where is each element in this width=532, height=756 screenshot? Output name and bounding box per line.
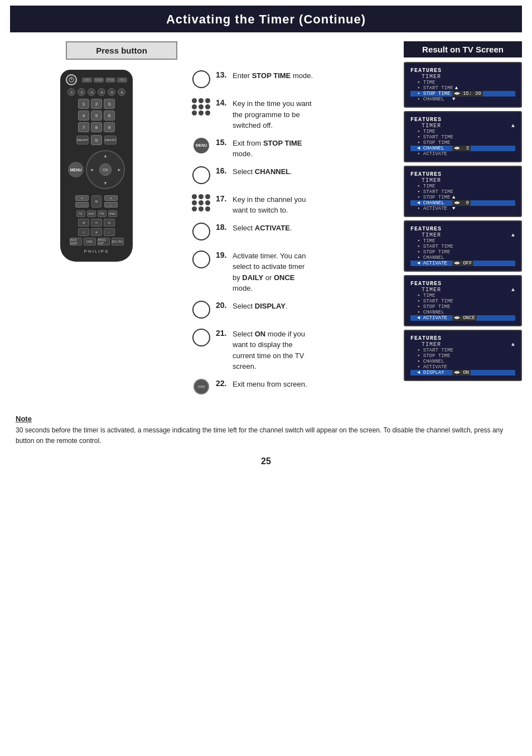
vol-minus[interactable]: - bbox=[75, 202, 89, 208]
step-num-22: 22. bbox=[216, 379, 228, 388]
tv5-stop-time: ▪ STOP TIME bbox=[410, 304, 515, 310]
ch-minus[interactable]: - bbox=[104, 202, 118, 208]
btn-r1c2[interactable]: ② bbox=[78, 88, 85, 96]
angle-btn[interactable]: ANG bbox=[108, 210, 117, 217]
tv5-activate: ◄ ACTIVATE ◄► ONCE bbox=[410, 315, 515, 321]
circle-button-19[interactable] bbox=[192, 251, 210, 268]
power-button[interactable] bbox=[66, 74, 77, 85]
osd-top-btn[interactable]: OSD bbox=[94, 78, 104, 83]
ok-button[interactable]: OK bbox=[99, 163, 112, 176]
page-number: 25 bbox=[10, 456, 522, 466]
incr-subt-btn[interactable]: INCR SUBT bbox=[70, 238, 82, 245]
num-3[interactable]: 3 bbox=[104, 99, 115, 109]
ch-plus[interactable]: + bbox=[104, 195, 118, 201]
step-14: 14. Key in the time you wantthe programm… bbox=[186, 95, 404, 134]
av-btn[interactable]: AV bbox=[82, 78, 92, 83]
step-text-17: Key in the channel youwant to switch to. bbox=[233, 194, 306, 216]
tv2-timer: TIMER ▲ bbox=[410, 123, 515, 129]
numpad-14 bbox=[192, 98, 211, 115]
remote-control: AV OSD TTX TV ① ② ③ ④ ⑤ ⑥ bbox=[10, 70, 183, 262]
step-num-20: 20. bbox=[216, 301, 228, 310]
tv-screen-6: FEATURES TIMER ▲ ▪ START TIME ▪ STOP TIM… bbox=[404, 330, 522, 381]
btn-r1c1[interactable]: ① bbox=[67, 88, 75, 96]
circle-button-13[interactable] bbox=[192, 70, 210, 88]
tv1-start-time: ▪ START TIME ▲ bbox=[410, 85, 515, 91]
ttx-btn[interactable]: TTX bbox=[105, 78, 115, 83]
step-num-15: 15. bbox=[216, 138, 228, 147]
num-9[interactable]: 9 bbox=[104, 122, 115, 132]
philips-logo: PHILIPS bbox=[84, 249, 109, 254]
num-2[interactable]: 2 bbox=[91, 99, 102, 109]
numpad-17 bbox=[192, 194, 211, 211]
nav-down[interactable]: ▼ bbox=[103, 181, 108, 186]
step-text-16: Select CHANNEL. bbox=[233, 166, 292, 177]
tv-screen-5: FEATURES TIMER ▲ ▪ TIME ▪ START TIME ▪ S… bbox=[404, 275, 522, 326]
tv5-start-time: ▪ START TIME bbox=[410, 298, 515, 304]
smart-btn[interactable]: SMART bbox=[76, 136, 89, 145]
nav-right[interactable]: ► bbox=[117, 167, 122, 172]
remote-body: AV OSD TTX TV ① ② ③ ④ ⑤ ⑥ bbox=[60, 70, 133, 262]
vol-plus[interactable]: + bbox=[75, 195, 89, 201]
step-text-21: Select ON mode if youwant to display the… bbox=[233, 329, 305, 372]
nav-left[interactable]: ◄ bbox=[89, 167, 94, 172]
tv5-channel: ▪ CHANNEL bbox=[410, 310, 515, 315]
page-wrapper: Activating the Timer (Continue) Press bu… bbox=[0, 0, 532, 756]
circle-button-21[interactable] bbox=[192, 329, 210, 346]
step-19: 19. Activate timer. You canselect to act… bbox=[186, 247, 404, 297]
num-8[interactable]: 8 bbox=[91, 122, 102, 132]
number-grid: 1 2 3 4 5 6 7 8 9 bbox=[78, 99, 115, 132]
note-section: Note 30 seconds before the timer is acti… bbox=[10, 415, 522, 446]
icon-2[interactable]: ⊡ bbox=[91, 219, 102, 227]
tv1-features: FEATURES bbox=[410, 68, 515, 74]
steps-list: 13. Enter STOP TIME mode. 14. Key in the… bbox=[183, 41, 404, 403]
tv-btn[interactable]: TV bbox=[117, 78, 127, 83]
tic-btn[interactable]: TIC bbox=[76, 210, 85, 217]
prog-list-btn[interactable]: PROG LIST bbox=[98, 238, 110, 245]
circle-button-16[interactable] bbox=[192, 166, 210, 184]
tv5-time: ▪ TIME bbox=[410, 293, 515, 298]
num-0[interactable]: 0 bbox=[91, 135, 102, 145]
num-6[interactable]: 6 bbox=[104, 110, 115, 121]
step-14-icon bbox=[191, 98, 211, 115]
icon-3[interactable]: ⊟ bbox=[104, 219, 115, 227]
nav-up[interactable]: ▲ bbox=[103, 153, 108, 158]
tv4-features: FEATURES bbox=[410, 226, 515, 232]
smart2-btn[interactable]: SMART bbox=[104, 136, 117, 145]
btn-r1c3[interactable]: ③ bbox=[88, 88, 95, 96]
tv6-stop-time: ▪ STOP TIME bbox=[410, 353, 515, 359]
btn-r1c6[interactable]: ⑥ bbox=[118, 88, 125, 96]
rcl-pic-btn[interactable]: RCL PIC bbox=[112, 238, 124, 245]
menu-circle-15[interactable]: MENU bbox=[194, 138, 209, 153]
btn-r1c5[interactable]: ⑤ bbox=[108, 88, 115, 96]
num-5[interactable]: 5 bbox=[91, 110, 102, 121]
tv6-features: FEATURES bbox=[410, 335, 515, 341]
icon-1[interactable]: ⊞ bbox=[78, 219, 89, 227]
num-4[interactable]: 4 bbox=[78, 110, 89, 121]
icon-6[interactable]: ○ bbox=[104, 228, 115, 236]
icon-4[interactable]: ◁ bbox=[78, 228, 89, 236]
btn-r1c4[interactable]: ④ bbox=[98, 88, 105, 96]
result-label: Result on TV Screen bbox=[422, 45, 504, 54]
tte-btn[interactable]: TTE bbox=[98, 210, 107, 217]
step-17: 17. Key in the channel youwant to switch… bbox=[186, 191, 404, 219]
step-18: 18. Select ACTIVATE. bbox=[186, 219, 404, 247]
tv1-channel: ▪ CHANNEL ▼ bbox=[410, 97, 515, 102]
step-num-14: 14. bbox=[216, 98, 228, 107]
circle-button-20[interactable] bbox=[192, 301, 210, 319]
tv6-timer: TIMER ▲ bbox=[410, 341, 515, 348]
osd-button[interactable]: OSD bbox=[194, 379, 209, 394]
step-20-icon bbox=[191, 301, 211, 319]
num-1[interactable]: 1 bbox=[78, 99, 89, 109]
num-7[interactable]: 7 bbox=[78, 122, 89, 132]
step-num-17: 17. bbox=[216, 194, 228, 203]
circle-button-18[interactable] bbox=[192, 223, 210, 240]
tv5-features: FEATURES bbox=[410, 281, 515, 287]
osd-bottom-btn[interactable]: OSD bbox=[84, 238, 96, 245]
audio-btn[interactable]: AUD bbox=[87, 210, 96, 217]
step-16-icon bbox=[191, 166, 211, 184]
step-text-18: Select ACTIVATE. bbox=[233, 223, 292, 234]
menu-button[interactable]: MENU bbox=[68, 162, 84, 177]
mute-btn[interactable]: M bbox=[91, 195, 101, 208]
step-18-icon bbox=[191, 223, 211, 240]
icon-5[interactable]: ⊕ bbox=[91, 228, 102, 236]
